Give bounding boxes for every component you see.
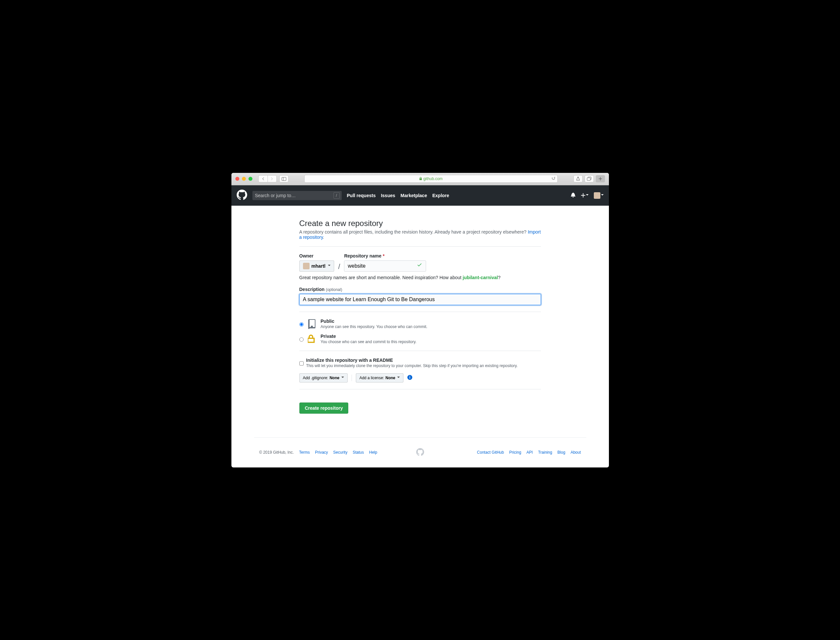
info-icon[interactable] [407, 375, 412, 381]
search-input-wrap: / [252, 191, 342, 200]
footer-api[interactable]: API [526, 450, 533, 454]
nav-pull-requests[interactable]: Pull requests [347, 193, 376, 198]
url-text: github.com [423, 176, 443, 181]
lock-icon [419, 177, 422, 181]
gitignore-select[interactable]: Add .gitignore: None [299, 373, 348, 382]
footer-status[interactable]: Status [353, 450, 364, 454]
slash-separator: / [337, 253, 341, 271]
visibility-public[interactable]: Public Anyone can see this repository. Y… [299, 318, 541, 329]
footer-blog[interactable]: Blog [557, 450, 565, 454]
nav-marketplace[interactable]: Marketplace [401, 193, 427, 198]
copyright: © 2019 GitHub, Inc. [259, 450, 294, 454]
caret-down-icon [328, 265, 330, 267]
address-bar[interactable]: github.com [304, 175, 558, 183]
close-window-button[interactable] [236, 177, 239, 181]
reponame-label: Repository name * [344, 253, 422, 259]
caret-down-icon [586, 194, 588, 197]
create-repo-button[interactable]: Create repository [299, 403, 349, 414]
slash-shortcut-icon: / [333, 192, 340, 199]
svg-rect-0 [282, 177, 286, 181]
footer-about[interactable]: About [571, 450, 581, 454]
github-logo-footer[interactable] [416, 448, 424, 457]
public-radio[interactable] [299, 320, 304, 329]
readme-desc: This will let you immediately clone the … [306, 363, 518, 368]
owner-label: Owner [299, 253, 335, 259]
readme-title: Initialize this repository with a README [306, 358, 518, 363]
svg-rect-3 [587, 178, 590, 181]
divider [299, 389, 541, 389]
private-title: Private [321, 334, 417, 339]
primary-nav: Pull requests Issues Marketplace Explore [347, 193, 449, 198]
nav-issues[interactable]: Issues [381, 193, 395, 198]
github-header: / Pull requests Issues Marketplace Explo… [231, 186, 609, 206]
public-title: Public [321, 318, 427, 324]
reponame-input[interactable] [344, 261, 426, 272]
sidebar-button[interactable] [279, 175, 289, 182]
search-input[interactable] [252, 191, 342, 200]
repo-private-icon [307, 334, 317, 344]
owner-value: mhartl [311, 263, 325, 269]
footer-pricing[interactable]: Pricing [509, 450, 521, 454]
page-subhead: A repository contains all project files,… [299, 229, 541, 247]
public-desc: Anyone can see this repository. You choo… [321, 325, 427, 329]
caret-down-icon [601, 194, 604, 197]
back-button[interactable] [258, 175, 268, 182]
private-desc: You choose who can see and commit to thi… [321, 339, 417, 344]
browser-window: github.com / Pull requests [231, 173, 609, 467]
footer-training[interactable]: Training [538, 450, 552, 454]
description-label: Description (optional) [299, 287, 342, 292]
footer-privacy[interactable]: Privacy [315, 450, 328, 454]
visibility-private[interactable]: Private You choose who can see and commi… [299, 334, 541, 344]
create-new-menu[interactable] [581, 193, 588, 197]
footer-security[interactable]: Security [333, 450, 347, 454]
footer-help[interactable]: Help [369, 450, 377, 454]
user-menu[interactable] [594, 192, 604, 199]
forward-button[interactable] [268, 175, 277, 182]
check-icon [417, 262, 422, 269]
window-controls [236, 177, 252, 181]
repo-public-icon [307, 318, 317, 329]
safari-toolbar: github.com [231, 173, 609, 186]
new-tab-button[interactable] [596, 175, 605, 182]
caret-down-icon [341, 377, 344, 379]
owner-select[interactable]: mhartl [299, 261, 335, 272]
zoom-window-button[interactable] [248, 177, 252, 181]
divider [299, 312, 541, 312]
notifications-icon[interactable] [571, 192, 576, 198]
share-button[interactable] [574, 175, 583, 182]
nav-explore[interactable]: Explore [432, 193, 449, 198]
footer-terms[interactable]: Terms [299, 450, 310, 454]
github-logo[interactable] [237, 190, 247, 201]
tabs-button[interactable] [585, 175, 594, 182]
description-input[interactable] [299, 294, 541, 305]
private-radio[interactable] [299, 335, 304, 344]
minimize-window-button[interactable] [242, 177, 246, 181]
footer-contact[interactable]: Contact GitHub [477, 450, 504, 454]
separator [351, 374, 352, 381]
main-content: Create a new repository A repository con… [294, 206, 546, 424]
inspiration-text: Great repository names are short and mem… [299, 275, 541, 280]
footer: © 2019 GitHub, Inc. Terms Privacy Securi… [254, 437, 586, 467]
suggestion-link[interactable]: jubilant-carnival [463, 275, 498, 280]
license-select[interactable]: Add a license: None [356, 373, 404, 382]
reload-button[interactable] [551, 176, 555, 181]
avatar [594, 192, 600, 199]
page-title: Create a new repository [299, 219, 541, 228]
caret-down-icon [397, 377, 400, 379]
readme-checkbox[interactable] [299, 359, 304, 368]
avatar [303, 263, 309, 269]
readme-checkbox-row: Initialize this repository with a README… [299, 358, 541, 368]
svg-rect-4 [311, 326, 313, 328]
